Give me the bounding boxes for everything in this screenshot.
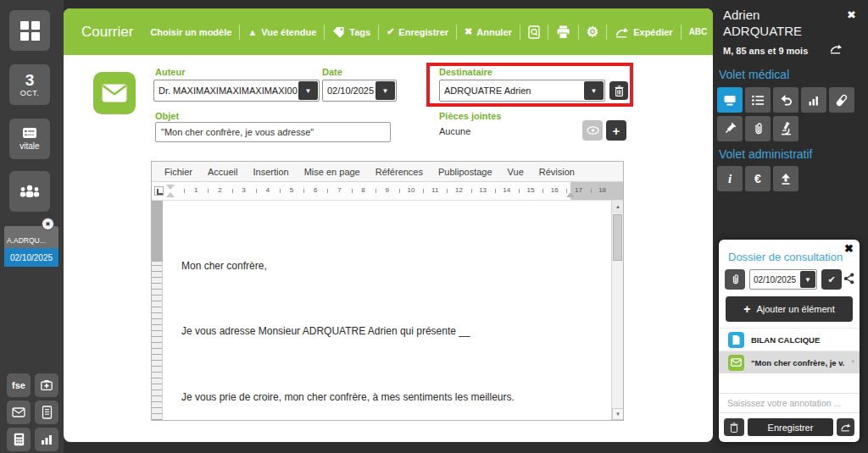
- ruler-tick: [184, 189, 185, 193]
- apps-grid-button[interactable]: [9, 10, 50, 51]
- share-icon: [843, 273, 854, 285]
- consultation-delete-button[interactable]: [724, 418, 744, 436]
- send-icon: [615, 26, 629, 38]
- tags-button[interactable]: Tags: [332, 26, 370, 38]
- plus-icon: +: [743, 302, 750, 316]
- fse-button[interactable]: fse: [7, 373, 31, 397]
- consultation-close-button[interactable]: ✖: [844, 242, 854, 255]
- biology-button[interactable]: [773, 116, 798, 141]
- consultation-date-dropdown[interactable]: 02/10/2025 ▼: [749, 269, 817, 290]
- vaccination-button[interactable]: [717, 116, 743, 141]
- vitale-label: vitale: [19, 141, 39, 151]
- first-line-indent-marker[interactable]: [166, 185, 175, 190]
- document-line: Je vous prie de croire, mon cher confrèr…: [181, 391, 515, 403]
- tab-references[interactable]: Références: [368, 167, 431, 177]
- tab-accueil[interactable]: Accueil: [200, 167, 245, 177]
- settings-button[interactable]: ⚙: [587, 24, 598, 40]
- statistics-button[interactable]: [35, 428, 58, 451]
- patient-close-button[interactable]: ✖: [847, 8, 856, 21]
- ruler-tick: [495, 189, 496, 193]
- admin-info-button[interactable]: i: [717, 166, 743, 191]
- hanging-indent-marker[interactable]: [166, 192, 175, 197]
- tab-publipostage[interactable]: Publipostage: [431, 167, 500, 177]
- date-dropdown[interactable]: 02/10/2025 ▼: [322, 80, 397, 102]
- recipient-dropdown[interactable]: ADRQUATRE Adrien ▼: [439, 80, 605, 102]
- patient-tab-close-button[interactable]: ✖: [42, 218, 54, 230]
- spellcheck-label: ABC: [689, 27, 708, 36]
- printer-icon: [556, 25, 570, 39]
- scrollbar-thumb[interactable]: [613, 214, 622, 261]
- consultation-item-courrier[interactable]: "Mon cher confrère, je v... *: [719, 351, 860, 373]
- subject-input[interactable]: [155, 122, 391, 142]
- close-icon: ✖: [847, 8, 856, 21]
- mail-button[interactable]: [7, 401, 31, 424]
- tab-insertion[interactable]: Insertion: [245, 167, 296, 177]
- right-indent-marker[interactable]: [566, 192, 575, 197]
- attachments-add-button[interactable]: +: [606, 120, 626, 141]
- consultation-card-icon: [723, 95, 737, 106]
- toolbar-separator: [520, 25, 520, 40]
- scroll-up-icon: ▲: [615, 204, 620, 209]
- tab-stop-selector[interactable]: [154, 186, 164, 196]
- undo-arrow-icon: [779, 94, 793, 106]
- check-icon: ✔: [387, 26, 394, 37]
- extended-view-button[interactable]: ▲ Vue étendue: [248, 27, 316, 37]
- tab-mise-en-page[interactable]: Mise en page: [297, 167, 368, 177]
- tab-fichier[interactable]: Fichier: [157, 167, 200, 177]
- extended-view-label: Vue étendue: [261, 27, 316, 37]
- paperclip-icon: [731, 273, 740, 285]
- preview-button[interactable]: [528, 25, 540, 39]
- scroll-up-button[interactable]: ▲: [612, 201, 623, 213]
- consultation-validate-button[interactable]: ✔: [821, 269, 842, 290]
- upload-button[interactable]: [773, 166, 798, 191]
- consultation-save-button[interactable]: Enregistrer: [748, 418, 833, 436]
- save-button[interactable]: ✔ Enregistrer: [387, 26, 448, 37]
- patient-tab-date-badge[interactable]: 02/10/2025: [4, 248, 58, 267]
- choose-model-button[interactable]: Choisir un modèle: [150, 27, 231, 37]
- date-value: 02/10/2025: [323, 80, 375, 101]
- editor-scrollbar[interactable]: ▲ ▼: [611, 201, 623, 420]
- attachments-button[interactable]: [745, 116, 771, 141]
- recipient-delete-button[interactable]: [609, 81, 628, 100]
- annotation-input[interactable]: [719, 393, 860, 413]
- undo-button[interactable]: [773, 87, 798, 113]
- patient-share-button[interactable]: [829, 42, 843, 58]
- ruler-number: 8: [361, 186, 364, 194]
- biometrics-chart-button[interactable]: [801, 87, 826, 113]
- billing-button[interactable]: €: [745, 166, 771, 191]
- calculator-button[interactable]: [7, 428, 31, 451]
- medication-button[interactable]: [35, 373, 58, 397]
- ruler-tick: [303, 189, 304, 193]
- plus-icon: +: [613, 124, 620, 138]
- carte-vitale-button[interactable]: vitale: [9, 119, 50, 159]
- send-icon: [840, 423, 851, 432]
- ruler-number: 13: [479, 186, 487, 194]
- consultation-share-button[interactable]: [843, 273, 854, 288]
- close-icon: ✖: [46, 221, 51, 228]
- medication-pill-button[interactable]: [829, 87, 854, 113]
- consultation-attach-button[interactable]: [725, 269, 745, 290]
- tab-vue[interactable]: Vue: [500, 167, 531, 177]
- calculator-icon: [13, 433, 25, 446]
- documents-button[interactable]: [35, 401, 58, 424]
- attachments-view-button[interactable]: [582, 120, 603, 141]
- history-list-button[interactable]: [745, 87, 771, 113]
- print-button[interactable]: [556, 25, 570, 39]
- chevron-down-icon: ▼: [584, 81, 604, 100]
- courrier-toolbar: Courrier Choisir un modèle ▲ Vue étendue…: [64, 8, 713, 55]
- send-button[interactable]: Expédier: [615, 26, 672, 38]
- cancel-button[interactable]: ✖ Annuler: [465, 26, 512, 37]
- cancel-label: Annuler: [476, 27, 512, 37]
- add-element-button[interactable]: + Ajouter un élément: [726, 296, 853, 322]
- patients-button[interactable]: [9, 171, 50, 212]
- calendar-button[interactable]: 3 OCT.: [9, 64, 50, 105]
- document-page[interactable]: Mon cher confrère, Je vous adresse Monsi…: [163, 201, 611, 420]
- consultation-item-label: "Mon cher confrère, je v...: [751, 358, 844, 367]
- author-dropdown[interactable]: Dr. MAXIMAXIMAXIMAXIMAXI0077156 M ▼: [153, 80, 320, 102]
- consultation-view-button[interactable]: [717, 87, 743, 113]
- consultation-send-button[interactable]: [837, 418, 854, 436]
- consultation-item-bilan[interactable]: BILAN CALCIQUE: [719, 328, 860, 351]
- spellcheck-button[interactable]: ABC: [689, 27, 708, 36]
- scroll-down-button[interactable]: ▼: [612, 408, 623, 420]
- tab-revision[interactable]: Révision: [531, 167, 582, 177]
